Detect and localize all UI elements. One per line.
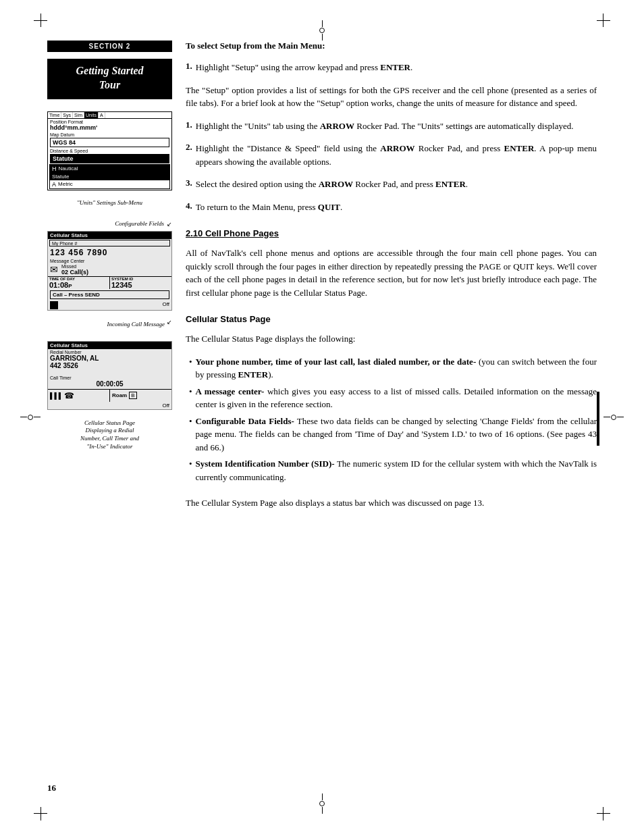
- cs1-header: Cellular Status: [48, 232, 171, 239]
- crop-mark-tr-v: [603, 14, 603, 27]
- cs2-redial-value: GARRISON, AL: [48, 355, 171, 362]
- bullet-dot-2: •: [189, 385, 192, 411]
- step-num-2: 2.: [186, 142, 192, 168]
- numbered-step-2: 2. Highlight the "Distance & Speed" fiel…: [186, 142, 597, 168]
- bullet-list: • Your phone number, time of your last c…: [189, 355, 597, 488]
- section-210-heading: 2.10 Cell Phone Pages: [186, 228, 597, 238]
- cs2-roam-cell: Roam B: [110, 390, 171, 402]
- cs2-sig-icons: ▌▌▌ ☎: [48, 390, 110, 402]
- setup-step-num-1: 1.: [186, 61, 192, 74]
- signal-icons: ▌▌▌ ☎: [50, 391, 107, 400]
- step-text-2: Highlight the "Distance & Speed" field u…: [196, 142, 597, 168]
- section-header: SECTION 2: [47, 41, 172, 52]
- configurable-fields-section: Configurable Fields ↙ Cellular Status My…: [47, 220, 172, 311]
- cs2-call-timer-value: 00:00:05: [48, 380, 171, 389]
- cs2-header: Cellular Status: [48, 342, 171, 349]
- setup-heading: To select Setup from the Main Menu:: [186, 41, 597, 51]
- step-text-3: Select the desired option using the ARRO…: [196, 178, 468, 191]
- configurable-fields-label: Configurable Fields: [115, 220, 164, 228]
- crosshair-top: [319, 20, 325, 41]
- title-line1: Getting Started: [76, 65, 143, 76]
- tab-sys: Sys: [61, 112, 73, 118]
- cs2-roam-label: Roam: [112, 392, 127, 398]
- cs2-call-status: Off: [162, 402, 169, 409]
- bullet-item-2: • A message center- which gives you easy…: [189, 385, 597, 411]
- popup-item-metric: A Metric: [50, 180, 169, 188]
- cs1-missed-label: Missed: [61, 264, 88, 269]
- distance-speed-value: Statute: [50, 154, 169, 163]
- step-num-1: 1.: [186, 120, 192, 133]
- tab-units: Units: [84, 112, 99, 118]
- configurable-fields-arrow: ↙: [167, 221, 172, 228]
- step-text-1: Highlight the "Units" tab using the ARRO…: [196, 120, 574, 133]
- cellular-status-screen-2: Cellular Status Redial Number GARRISON, …: [47, 341, 172, 410]
- cs1-call-label: Call – Press SEND: [53, 292, 100, 298]
- cs2-call-timer-label: Call Timer: [48, 375, 171, 380]
- binding-bar: [597, 392, 599, 446]
- cs1-caption: Incoming Call Message: [107, 321, 165, 329]
- setup-step-text-1: Highlight "Setup" using the arrow keypad…: [196, 61, 413, 74]
- cs1-time-value: 01:08P: [49, 281, 108, 289]
- bullet-text-2: A message center- which gives you easy a…: [196, 385, 597, 411]
- crop-mark-tl-v: [41, 14, 41, 27]
- cs1-call-bar: Call – Press SEND: [50, 290, 169, 299]
- cs1-time-sys-row: TIME OF DAY 01:08P SYSTEM ID 12345: [48, 276, 171, 289]
- cs2-redial-number: 442 3526: [48, 362, 171, 371]
- cellular-status-screen-1: Cellular Status My Phone # 123 456 7890 …: [47, 231, 172, 311]
- map-datum-value: WGS 84: [50, 138, 169, 147]
- cellular-para1: The Cellular Status Page displays the fo…: [186, 332, 597, 346]
- tab-a: A: [99, 112, 105, 118]
- step-text-4: To return to the Main Menu, press QUIT.: [196, 201, 343, 214]
- popup-item-nautical: H Nautical: [50, 165, 169, 173]
- title-line2: Tour: [99, 79, 120, 90]
- cellular-status-subheading: Cellular Status Page: [186, 314, 597, 324]
- popup-item-statute: Statute: [50, 173, 169, 180]
- cs1-missed-count: 02 Call(s): [61, 269, 88, 276]
- cs1-caption-arrow: ↙: [167, 319, 172, 329]
- content: SECTION 2 Getting Started Tour Time Sys …: [47, 41, 597, 793]
- signal-bars-icon: ▌▌▌: [50, 392, 63, 399]
- right-column: To select Setup from the Main Menu: 1. H…: [186, 41, 597, 793]
- cs1-msg-center-label: Message Center: [48, 258, 171, 263]
- cs2-redial-label: Redial Number: [48, 349, 171, 355]
- crop-mark-br-h: [597, 813, 610, 814]
- screen-tabs: Time Sys Sim Units A: [48, 112, 171, 119]
- crosshair-left: [20, 414, 41, 421]
- position-format-label: Position Format: [48, 119, 171, 124]
- units-screen-caption: "Units" Settings Sub-Menu: [47, 199, 172, 207]
- cs2-caption: Cellular Status Page Displaying a Redial…: [47, 419, 172, 451]
- bullet-text-4: System Identification Number (SID)- The …: [196, 457, 597, 484]
- phone-icon: ☎: [64, 391, 74, 400]
- cs1-msg-icon: ✉: [50, 264, 58, 275]
- cs1-call-status: Off: [162, 301, 169, 309]
- section-210-paragraph: All of NavTalk's cell phone menus and op…: [186, 246, 597, 299]
- step-num-3: 3.: [186, 178, 192, 191]
- page-number: 16: [47, 769, 172, 793]
- bullet-text-3: Configurable Data Fields- These two data…: [196, 415, 597, 454]
- setup-paragraph: The "Setup" option provides a list of se…: [186, 84, 597, 110]
- cs1-my-phone-label: My Phone #: [50, 240, 169, 246]
- tab-time: Time: [48, 112, 61, 118]
- page: SECTION 2 Getting Started Tour Time Sys …: [0, 0, 644, 834]
- bullet-item-4: • System Identification Number (SID)- Th…: [189, 457, 597, 484]
- tab-sim: Sim: [73, 112, 84, 118]
- bullet-dot-1: •: [189, 355, 192, 382]
- bullet-dot-4: •: [189, 457, 192, 484]
- bullet-item-3: • Configurable Data Fields- These two da…: [189, 415, 597, 454]
- cs2-roam-icon: B: [129, 392, 136, 399]
- left-column: SECTION 2 Getting Started Tour Time Sys …: [47, 41, 172, 793]
- crosshair-right: [603, 414, 624, 421]
- numbered-step-1: 1. Highlight the "Units" tab using the A…: [186, 120, 597, 133]
- crop-mark-bl-v: [41, 807, 41, 820]
- units-screen: Time Sys Sim Units A Position Format hdd…: [47, 111, 172, 190]
- map-datum-label: Map Datum: [48, 132, 171, 137]
- cs1-time-cell: TIME OF DAY 01:08P: [48, 277, 110, 289]
- bullet-item-1: • Your phone number, time of your last c…: [189, 355, 597, 382]
- numbered-step-3: 3. Select the desired option using the A…: [186, 178, 597, 191]
- position-format-value: hddd°mm.mmm': [48, 124, 171, 132]
- closing-paragraph: The Cellular System Page also displays a…: [186, 496, 597, 510]
- cs1-status-row: Off: [48, 301, 171, 310]
- setup-step-1: 1. Highlight "Setup" using the arrow key…: [186, 61, 597, 74]
- cs1-missed-row: ✉ Missed 02 Call(s): [48, 263, 171, 276]
- popup-menu: H Nautical Statute A Metric: [49, 164, 170, 189]
